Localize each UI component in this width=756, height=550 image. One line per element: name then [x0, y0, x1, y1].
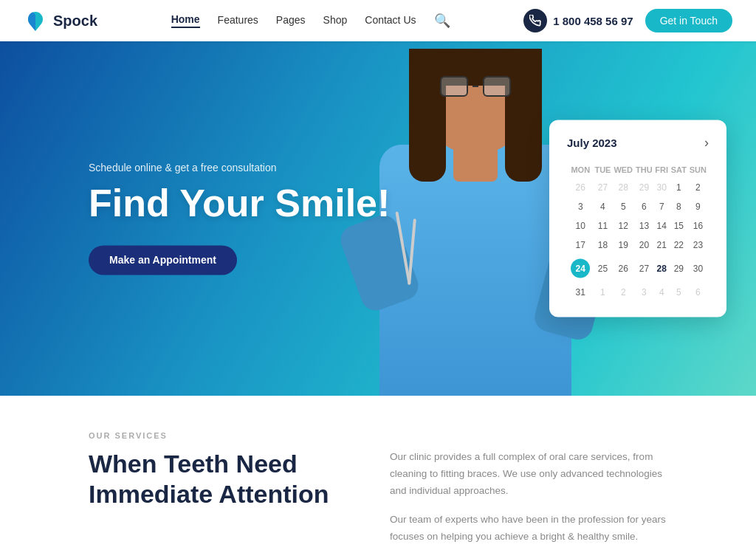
- nav-features[interactable]: Features: [218, 14, 258, 27]
- services-desc2: Our team of experts who have been in the…: [390, 512, 667, 546]
- get-in-touch-button[interactable]: Get in Touch: [645, 9, 732, 32]
- cal-day-4-6[interactable]: 30: [689, 255, 707, 282]
- cal-day-4-1[interactable]: 25: [594, 255, 612, 282]
- cal-day-2-0[interactable]: 10: [568, 217, 593, 235]
- cal-day-0-6[interactable]: 2: [689, 179, 707, 196]
- services-grid: When Teeth Need Immediate Attention Our …: [89, 449, 667, 550]
- cal-day-5-1[interactable]: 1: [594, 283, 612, 301]
- calendar-week-1: 3456789: [568, 198, 707, 216]
- cal-day-2-5[interactable]: 15: [670, 217, 687, 235]
- cal-day-4-0[interactable]: 24: [568, 255, 593, 282]
- cal-day-2-4[interactable]: 14: [655, 217, 669, 235]
- cal-sun: SUN: [689, 162, 707, 177]
- nav-shop[interactable]: Shop: [323, 14, 348, 27]
- cal-day-1-3[interactable]: 6: [635, 198, 653, 216]
- cal-day-2-6[interactable]: 16: [689, 217, 707, 235]
- nav-pages[interactable]: Pages: [276, 14, 306, 27]
- logo-text: Spock: [53, 13, 97, 30]
- cal-day-5-4[interactable]: 4: [655, 283, 669, 301]
- cal-day-3-5[interactable]: 22: [670, 236, 687, 254]
- calendar-days-header: MON TUE WED THU FRI SAT SUN: [568, 162, 707, 177]
- calendar-week-4: 24252627282930: [568, 255, 707, 282]
- cal-day-2-3[interactable]: 13: [635, 217, 653, 235]
- calendar-week-2: 10111213141516: [568, 217, 707, 235]
- cal-day-0-5[interactable]: 1: [670, 179, 687, 196]
- cal-day-4-3[interactable]: 27: [635, 255, 653, 282]
- cal-day-4-5[interactable]: 29: [670, 255, 687, 282]
- cal-day-3-3[interactable]: 20: [635, 236, 653, 254]
- appointment-button[interactable]: Make an Appointment: [89, 246, 237, 275]
- cal-day-0-2[interactable]: 28: [613, 179, 633, 196]
- nav-contact[interactable]: Contact Us: [365, 14, 416, 27]
- hero-content: Schedule online & get a free consultatio…: [89, 162, 390, 275]
- calendar-card: July 2023 › MON TUE WED THU FRI SAT SUN …: [549, 120, 726, 317]
- hero-title: Find Your Smile!: [89, 182, 390, 224]
- cal-day-0-1[interactable]: 27: [594, 179, 612, 196]
- cal-day-0-4[interactable]: 30: [655, 179, 669, 196]
- cal-day-1-1[interactable]: 4: [594, 198, 612, 216]
- cal-day-1-4[interactable]: 7: [655, 198, 669, 216]
- cal-tue: TUE: [594, 162, 612, 177]
- cal-day-3-1[interactable]: 18: [594, 236, 612, 254]
- hero-section: Schedule online & get a free consultatio…: [0, 41, 756, 396]
- calendar-week-0: 262728293012: [568, 179, 707, 196]
- calendar-next-button[interactable]: ›: [704, 135, 709, 151]
- cal-day-5-3[interactable]: 3: [635, 283, 653, 301]
- calendar-body: 2627282930123456789101112131415161718192…: [568, 179, 707, 301]
- cal-day-3-0[interactable]: 17: [568, 236, 593, 254]
- cal-day-5-6[interactable]: 6: [689, 283, 707, 301]
- cal-day-2-1[interactable]: 11: [594, 217, 612, 235]
- cal-fri: FRI: [655, 162, 669, 177]
- phone-number: 1 800 458 56 97: [553, 15, 633, 27]
- phone-display: 1 800 458 56 97: [523, 9, 633, 32]
- cal-day-2-2[interactable]: 12: [613, 217, 633, 235]
- calendar-week-5: 31123456: [568, 283, 707, 301]
- nav-links: Home Features Pages Shop Contact Us 🔍: [171, 13, 450, 29]
- nav-home[interactable]: Home: [171, 13, 200, 28]
- search-icon[interactable]: 🔍: [434, 13, 450, 29]
- calendar-grid: MON TUE WED THU FRI SAT SUN 262728293012…: [567, 161, 709, 303]
- cal-day-0-3[interactable]: 29: [635, 179, 653, 196]
- logo[interactable]: Spock: [24, 9, 97, 32]
- services-desc-col: Our clinic provides a full complex of or…: [390, 449, 667, 550]
- services-desc1: Our clinic provides a full complex of or…: [390, 449, 667, 500]
- calendar-month-year: July 2023: [567, 137, 617, 149]
- cal-day-1-0[interactable]: 3: [568, 198, 593, 216]
- services-title-col: When Teeth Need Immediate Attention: [89, 449, 366, 509]
- services-label: OUR SERVICES: [89, 431, 667, 440]
- services-section: OUR SERVICES When Teeth Need Immediate A…: [0, 396, 756, 550]
- cal-day-3-6[interactable]: 23: [689, 236, 707, 254]
- cal-day-1-2[interactable]: 5: [613, 198, 633, 216]
- nav-right: 1 800 458 56 97 Get in Touch: [523, 9, 732, 32]
- hero-subtext: Schedule online & get a free consultatio…: [89, 162, 390, 173]
- cal-sat: SAT: [670, 162, 687, 177]
- cal-day-5-0[interactable]: 31: [568, 283, 593, 301]
- cal-day-3-2[interactable]: 19: [613, 236, 633, 254]
- cal-day-5-5[interactable]: 5: [670, 283, 687, 301]
- cal-day-5-2[interactable]: 2: [613, 283, 633, 301]
- cal-day-1-6[interactable]: 9: [689, 198, 707, 216]
- calendar-week-3: 17181920212223: [568, 236, 707, 254]
- calendar-header: July 2023 ›: [567, 135, 709, 151]
- navbar: Spock Home Features Pages Shop Contact U…: [0, 0, 756, 41]
- phone-icon: [523, 9, 547, 32]
- cal-wed: WED: [613, 162, 633, 177]
- services-title: When Teeth Need Immediate Attention: [89, 449, 366, 509]
- cal-day-4-4[interactable]: 28: [655, 255, 669, 282]
- cal-day-0-0[interactable]: 26: [568, 179, 593, 196]
- logo-icon: [24, 9, 47, 32]
- cal-day-3-4[interactable]: 21: [655, 236, 669, 254]
- cal-thu: THU: [635, 162, 653, 177]
- cal-day-1-5[interactable]: 8: [670, 198, 687, 216]
- cal-mon: MON: [568, 162, 593, 177]
- cal-day-4-2[interactable]: 26: [613, 255, 633, 282]
